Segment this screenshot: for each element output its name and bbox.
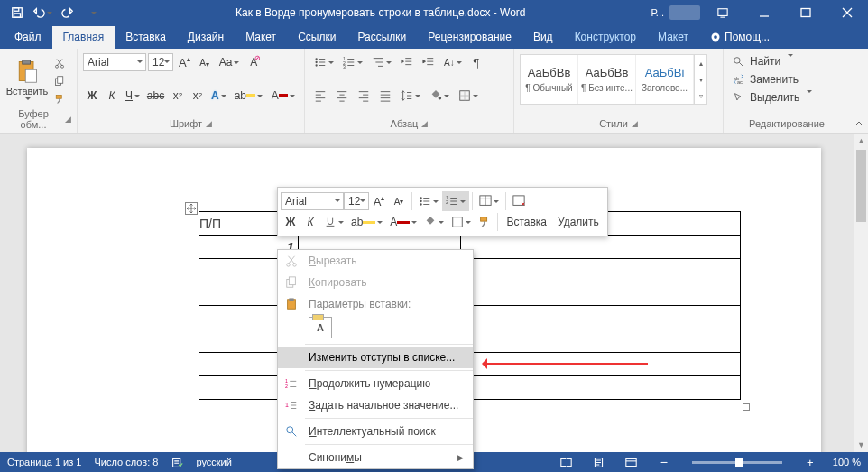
- scroll-up-icon[interactable]: ▲: [854, 134, 868, 148]
- italic-button[interactable]: К: [103, 87, 121, 105]
- scroll-thumb[interactable]: [856, 150, 866, 222]
- underline-button[interactable]: Ч: [123, 87, 143, 105]
- ctx-smart-lookup[interactable]: Интеллектуальный поиск: [278, 421, 473, 442]
- mini-format-painter-icon[interactable]: [475, 212, 494, 232]
- style-nospacing[interactable]: АаБбВв¶ Без инте...: [578, 55, 636, 104]
- ctx-adjust-indents[interactable]: Изменить отступы в списке...: [278, 347, 473, 368]
- status-words[interactable]: Число слов: 8: [94, 457, 158, 467]
- zoom-out-button[interactable]: −: [654, 454, 674, 470]
- indent-icon[interactable]: [419, 53, 439, 71]
- print-layout-icon[interactable]: [589, 454, 609, 470]
- tab-review[interactable]: Рецензирование: [417, 26, 522, 49]
- tab-home[interactable]: Главная: [52, 26, 115, 49]
- spellcheck-icon[interactable]: [171, 457, 183, 468]
- table-resize-handle[interactable]: [743, 403, 750, 411]
- mini-delete-label[interactable]: Удалить: [552, 216, 605, 228]
- select-button[interactable]: Выделить: [729, 88, 845, 106]
- maximize-icon[interactable]: [785, 0, 826, 25]
- highlight-icon[interactable]: ab: [231, 87, 266, 105]
- mini-insert-label[interactable]: Вставка: [501, 216, 552, 228]
- clear-formatting-icon[interactable]: A⊘: [245, 53, 263, 71]
- mini-font-size[interactable]: 12: [344, 192, 369, 210]
- tab-view[interactable]: Вид: [522, 26, 564, 49]
- ctx-cut[interactable]: Вырезать: [278, 250, 473, 272]
- mini-font-name[interactable]: Arial: [281, 192, 344, 210]
- bullets-icon[interactable]: [310, 53, 337, 71]
- mini-table-insert-icon[interactable]: [476, 191, 503, 211]
- style-heading1[interactable]: АаБбВіЗаголово...: [636, 55, 694, 104]
- tab-mailings[interactable]: Рассылки: [346, 26, 417, 49]
- numbering-icon[interactable]: 123: [339, 53, 366, 71]
- font-dialog-icon[interactable]: ◢: [206, 119, 212, 128]
- ctx-synonyms[interactable]: Синонимы ▶: [278, 447, 473, 468]
- read-mode-icon[interactable]: [557, 454, 577, 470]
- bold-button[interactable]: Ж: [83, 87, 101, 105]
- tell-me[interactable]: Помощ...: [699, 26, 780, 49]
- borders-icon[interactable]: [455, 87, 482, 105]
- mini-shading-icon[interactable]: [420, 212, 448, 232]
- ctx-continue-numbering[interactable]: 12 Продолжить нумерацию: [278, 373, 473, 394]
- paste-option-text-only[interactable]: A: [309, 317, 332, 338]
- collapse-ribbon-icon[interactable]: [850, 49, 868, 133]
- format-painter-icon[interactable]: [51, 91, 69, 107]
- ribbon-options-icon[interactable]: [702, 0, 743, 25]
- clipboard-dialog-icon[interactable]: ◢: [65, 115, 71, 124]
- save-icon[interactable]: [5, 2, 29, 23]
- paste-button[interactable]: Вставить: [5, 57, 49, 104]
- text-effects-icon[interactable]: A: [208, 87, 229, 105]
- find-button[interactable]: Найти: [729, 52, 845, 70]
- zoom-level[interactable]: 100 %: [833, 457, 861, 467]
- font-name-combo[interactable]: Arial: [83, 53, 146, 71]
- mini-borders-icon[interactable]: [448, 212, 475, 232]
- zoom-slider[interactable]: [692, 461, 782, 464]
- cut-icon[interactable]: [51, 55, 69, 71]
- zoom-in-button[interactable]: +: [800, 454, 820, 470]
- mini-shrink-font-icon[interactable]: A▾: [389, 191, 409, 211]
- replace-button[interactable]: abacЗаменить: [729, 70, 845, 88]
- mini-italic[interactable]: К: [300, 212, 320, 232]
- minimize-icon[interactable]: [743, 0, 785, 25]
- mini-table-delete-icon[interactable]: [509, 191, 529, 211]
- outdent-icon[interactable]: [397, 53, 417, 71]
- mini-underline-icon[interactable]: [320, 212, 347, 232]
- close-icon[interactable]: [826, 0, 868, 25]
- subscript-button[interactable]: x2: [169, 87, 187, 105]
- copy-icon[interactable]: [51, 73, 69, 89]
- superscript-button[interactable]: x2: [189, 87, 207, 105]
- paragraph-dialog-icon[interactable]: ◢: [421, 119, 428, 128]
- ctx-copy[interactable]: Копировать: [278, 272, 473, 293]
- mini-bullets-icon[interactable]: [415, 191, 442, 211]
- mini-font-color-icon[interactable]: A: [386, 212, 420, 232]
- align-center-icon[interactable]: [332, 87, 352, 105]
- mini-grow-font-icon[interactable]: A▴: [369, 191, 389, 211]
- mini-bold[interactable]: Ж: [281, 212, 300, 232]
- tab-layout[interactable]: Макет: [235, 26, 287, 49]
- change-case-icon[interactable]: Aa: [216, 53, 244, 71]
- undo-icon[interactable]: [31, 2, 54, 23]
- web-layout-icon[interactable]: [622, 454, 642, 470]
- sort-icon[interactable]: A↓: [440, 53, 466, 71]
- styles-dialog-icon[interactable]: ◢: [632, 119, 638, 128]
- vertical-scrollbar[interactable]: ▲ ▼: [854, 134, 868, 452]
- tab-references[interactable]: Ссылки: [287, 26, 346, 49]
- shading-icon[interactable]: [426, 87, 453, 105]
- status-page[interactable]: Страница 1 из 1: [7, 457, 81, 467]
- style-normal[interactable]: АаБбВв¶ Обычный: [521, 55, 578, 104]
- align-left-icon[interactable]: [310, 87, 330, 105]
- mini-highlight-icon[interactable]: ab: [347, 212, 386, 232]
- styles-more-icon[interactable]: ▴▾▿: [694, 55, 706, 104]
- tab-insert[interactable]: Вставка: [115, 26, 177, 49]
- font-color-icon[interactable]: A: [268, 87, 299, 105]
- line-spacing-icon[interactable]: [397, 87, 424, 105]
- tab-file[interactable]: Файл: [0, 26, 52, 49]
- table-move-handle[interactable]: [185, 202, 198, 215]
- styles-gallery[interactable]: АаБбВв¶ Обычный АаБбВв¶ Без инте... АаБб…: [520, 54, 707, 105]
- account-pill[interactable]: [669, 5, 700, 20]
- tab-design[interactable]: Дизайн: [177, 26, 235, 49]
- qat-customize-icon[interactable]: [81, 2, 105, 23]
- tab-table-design[interactable]: Конструктор: [564, 26, 647, 49]
- strike-button[interactable]: abc: [144, 87, 167, 105]
- redo-icon[interactable]: [56, 2, 79, 23]
- show-marks-icon[interactable]: ¶: [467, 53, 485, 71]
- tab-table-layout[interactable]: Макет: [647, 26, 699, 49]
